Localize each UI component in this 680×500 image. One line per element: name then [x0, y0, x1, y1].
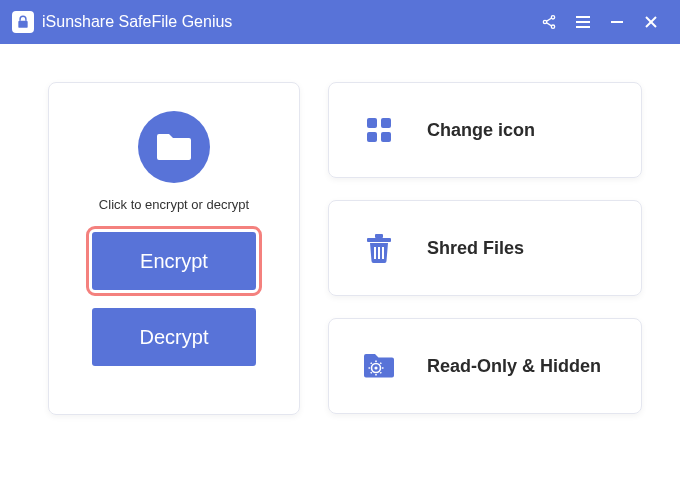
close-button[interactable]: [634, 0, 668, 44]
minimize-icon: [610, 15, 624, 29]
shred-files-label: Shred Files: [427, 237, 524, 260]
shred-files-card[interactable]: Shred Files: [328, 200, 642, 296]
svg-line-28: [380, 372, 381, 373]
change-icon-card[interactable]: Change icon: [328, 82, 642, 178]
readonly-hidden-label: Read-Only & Hidden: [427, 355, 601, 378]
hint-text: Click to encrypt or decrypt: [99, 197, 249, 212]
titlebar: iSunshare SafeFile Genius: [0, 0, 680, 44]
svg-rect-15: [381, 132, 391, 142]
svg-rect-12: [367, 118, 377, 128]
share-button[interactable]: [532, 0, 566, 44]
share-icon: [541, 14, 557, 30]
folder-gear-icon: [362, 352, 396, 380]
app-title: iSunshare SafeFile Genius: [42, 13, 532, 31]
encrypt-decrypt-card: Click to encrypt or decrypt Encrypt Decr…: [48, 82, 300, 415]
grid-icon: [365, 116, 393, 144]
svg-line-29: [380, 363, 381, 364]
decrypt-button[interactable]: Decrypt: [92, 308, 256, 366]
readonly-hidden-card[interactable]: Read-Only & Hidden: [328, 318, 642, 414]
svg-rect-16: [367, 238, 391, 242]
app-logo: [12, 11, 34, 33]
encrypt-button[interactable]: Encrypt: [92, 232, 256, 290]
svg-line-4: [546, 18, 551, 21]
options-column: Change icon Shred Files: [328, 82, 642, 415]
folder-icon: [155, 132, 193, 162]
lock-icon: [16, 15, 30, 29]
svg-point-22: [374, 366, 377, 369]
change-icon-label: Change icon: [427, 119, 535, 142]
content-area: Click to encrypt or decrypt Encrypt Decr…: [0, 44, 680, 445]
svg-rect-14: [367, 132, 377, 142]
svg-line-5: [546, 23, 551, 26]
folder-circle[interactable]: [138, 111, 210, 183]
trash-icon: [365, 232, 393, 264]
menu-icon: [575, 15, 591, 29]
menu-button[interactable]: [566, 0, 600, 44]
svg-rect-17: [375, 234, 383, 238]
minimize-button[interactable]: [600, 0, 634, 44]
svg-line-27: [371, 363, 372, 364]
close-icon: [644, 15, 658, 29]
svg-rect-0: [18, 21, 27, 28]
svg-rect-13: [381, 118, 391, 128]
svg-line-30: [371, 372, 372, 373]
